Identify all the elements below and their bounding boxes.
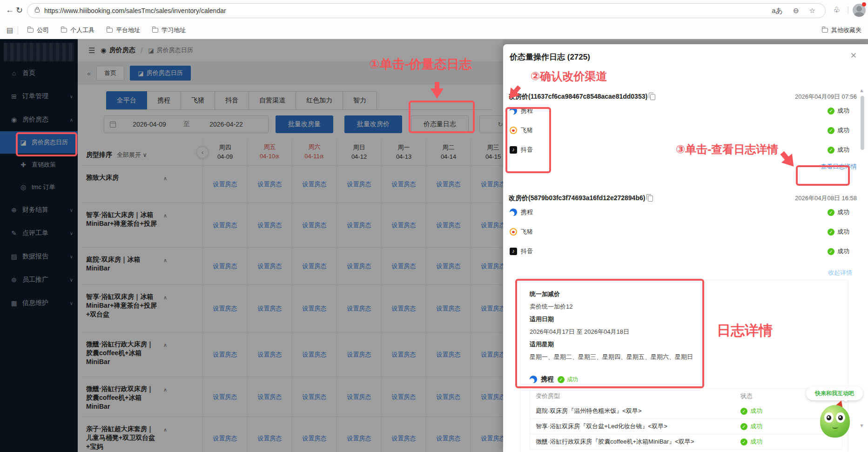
favorite-star-icon[interactable]: ☆ [809, 7, 815, 15]
url-text[interactable]: https://www.hiiibooking.com/salesTmc/sal… [44, 7, 767, 14]
log-entry-title: 改房价(11637cf6ca98467c8548acae81dd0353) [509, 93, 655, 101]
drawer-title: 价态量操作日志 (2725) [510, 52, 590, 62]
zoom-out-icon[interactable]: ⊖ [793, 7, 799, 15]
bookmarks-divider [18, 26, 18, 34]
folder-icon [107, 28, 113, 33]
browser-toolbar: ← ↻ https://www.hiiibooking.com/salesTmc… [0, 0, 868, 21]
column-room: 变价房型 [530, 389, 735, 404]
channel-result-row: 飞猪✓成功 [509, 121, 857, 140]
success-check-icon: ✓ [828, 229, 834, 236]
address-bar[interactable]: https://www.hiiibooking.com/salesTmc/sal… [27, 3, 826, 18]
mascot-mouth [832, 425, 838, 429]
folder-icon [27, 28, 34, 33]
panel-scrollbar-thumb[interactable] [861, 96, 864, 150]
mascot[interactable] [820, 402, 850, 438]
status-text: 成功 [750, 422, 762, 431]
detail-table-row: 庭院·双床房『温州特色糯米饭』<双早>✓成功 [530, 404, 842, 418]
detail-room-name: 智享·浴缸双床房『双台盆+Led化妆台镜』<双早> [530, 419, 735, 434]
log-entry-header: 改房价(5879b03fc3f74693a16fd12e272894b6)202… [509, 194, 857, 202]
log-entry: 改房价(5879b03fc3f74693a16fd12e272894b6)202… [509, 194, 857, 261]
mascot-hat-pom [844, 398, 848, 402]
log-entry-time: 2026年04月09日 07:56 [795, 93, 857, 101]
lock-icon [35, 9, 40, 13]
panel-scroll-down-icon[interactable]: ▼ [859, 423, 864, 428]
reload-icon[interactable]: ↻ [16, 5, 23, 15]
annotation-step2: ②确认改价渠道 [531, 69, 607, 84]
success-check-icon: ✓ [740, 439, 747, 445]
bookmark-label: 个人工具 [70, 26, 94, 34]
other-bookmarks-folder[interactable]: 其他收藏夹 [822, 26, 861, 34]
detail-table-row: 智享·浴缸双床房『双台盆+Led化妆台镜』<双早>✓成功 [530, 418, 842, 434]
bookmark-label: 平台地址 [116, 26, 140, 34]
annotation-box-view-log-link [796, 165, 850, 186]
detail-table-rows: 庭院·双床房『温州特色糯米饭』<双早>✓成功智享·浴缸双床房『双台盆+Led化妆… [530, 404, 842, 449]
channel-status: 成功 [837, 146, 849, 154]
channel-status: 成功 [837, 126, 849, 135]
annotation-box-channels [505, 107, 551, 173]
success-check-icon: ✓ [828, 108, 834, 115]
success-check-icon: ✓ [740, 423, 747, 430]
annotation-box-log-button [409, 101, 475, 133]
collapse-detail-link-row: 收起详情 [828, 269, 852, 277]
status-text: 成功 [750, 438, 762, 446]
annotation-step1: ①单击-价量态日志 [369, 56, 472, 73]
close-icon[interactable]: ✕ [850, 51, 857, 61]
other-bookmarks-label: 其他收藏夹 [831, 26, 861, 34]
translate-icon[interactable]: aあ [772, 7, 783, 15]
success-check-icon: ✓ [828, 248, 834, 255]
channel-name: 抖音 [521, 247, 533, 256]
bookmark-folder[interactable]: 学习地址 [148, 24, 190, 36]
folder-icon [61, 28, 67, 33]
back-icon[interactable]: ← [6, 5, 14, 15]
annotation-arrow-down-icon [431, 82, 444, 99]
bookmark-folder[interactable]: 平台地址 [102, 24, 145, 36]
toolbar-divider: | [847, 5, 849, 14]
status-text: 成功 [750, 407, 762, 415]
folder-icon [152, 28, 158, 33]
channel-name: 飞猪 [521, 228, 533, 236]
extensions-icon[interactable]: ♧ [833, 5, 840, 15]
mascot-eye-left [824, 412, 834, 423]
ctrip-icon [510, 209, 517, 216]
avatar-notification-dot [862, 2, 866, 7]
success-check-icon: ✓ [828, 127, 834, 134]
fliggy-icon [510, 228, 517, 236]
channel-status: 成功 [837, 228, 849, 236]
channel-result-row: ♪抖音✓成功 [509, 242, 857, 261]
channel-name: 携程 [521, 208, 533, 216]
log-entry: 改房价(11637cf6ca98467c8548acae81dd0353)202… [509, 93, 857, 171]
bookmark-label: 公司 [37, 26, 49, 34]
bookmark-label: 学习地址 [161, 26, 186, 34]
detail-room-table: 变价房型 状态 庭院·双床房『温州特色糯米饭』<双早>✓成功智享·浴缸双床房『双… [530, 388, 842, 450]
detail-table-row: 微醺·浴缸行政双床房『胶囊coffee机+冰箱MiniBar』<双早>✓成功 [530, 434, 842, 449]
channel-status: 成功 [837, 208, 849, 216]
bookmarks-bar: ▤ 公司个人工具平台地址学习地址 其他收藏夹 [0, 21, 868, 39]
bookmark-folder[interactable]: 个人工具 [56, 24, 99, 36]
success-check-icon: ✓ [828, 147, 834, 154]
channel-result-row: 携程✓成功 [509, 202, 857, 222]
annotation-step3: ③单击-查看日志详情 [676, 142, 778, 157]
mascot-body [820, 405, 850, 438]
mascot-eye-right [836, 412, 845, 423]
detail-table-header: 变价房型 状态 [530, 389, 842, 404]
success-check-icon: ✓ [740, 408, 747, 415]
annotation-box-detail [515, 279, 704, 388]
bookmark-folder[interactable]: 公司 [23, 24, 54, 36]
mascot-bubble[interactable]: 快来和我互动吧 [806, 386, 863, 400]
channel-result-row: 飞猪✓成功 [509, 222, 857, 242]
log-entry-time: 2026年04月08日 16:58 [795, 194, 857, 202]
collapse-detail-link[interactable]: 收起详情 [828, 269, 852, 276]
copy-icon[interactable] [650, 94, 655, 100]
detail-room-name: 微醺·浴缸行政双床房『胶囊coffee机+冰箱MiniBar』<双早> [530, 434, 735, 449]
panel-scroll-up-icon[interactable]: ▲ [859, 88, 864, 93]
sidebar-panel-icon[interactable]: ▤ [7, 26, 13, 34]
success-check-icon: ✓ [828, 209, 834, 216]
detail-room-name: 庭院·双床房『温州特色糯米饭』<双早> [530, 404, 735, 418]
annotation-detail-label: 日志详情 [717, 321, 773, 340]
log-entry-title: 改房价(5879b03fc3f74693a16fd12e272894b6) [509, 194, 653, 202]
bookmark-folder-list: 公司个人工具平台地址学习地址 [23, 24, 190, 36]
douyin-icon: ♪ [510, 248, 517, 255]
channel-status: 成功 [837, 107, 849, 115]
copy-icon[interactable] [648, 196, 653, 202]
folder-icon [822, 28, 828, 33]
